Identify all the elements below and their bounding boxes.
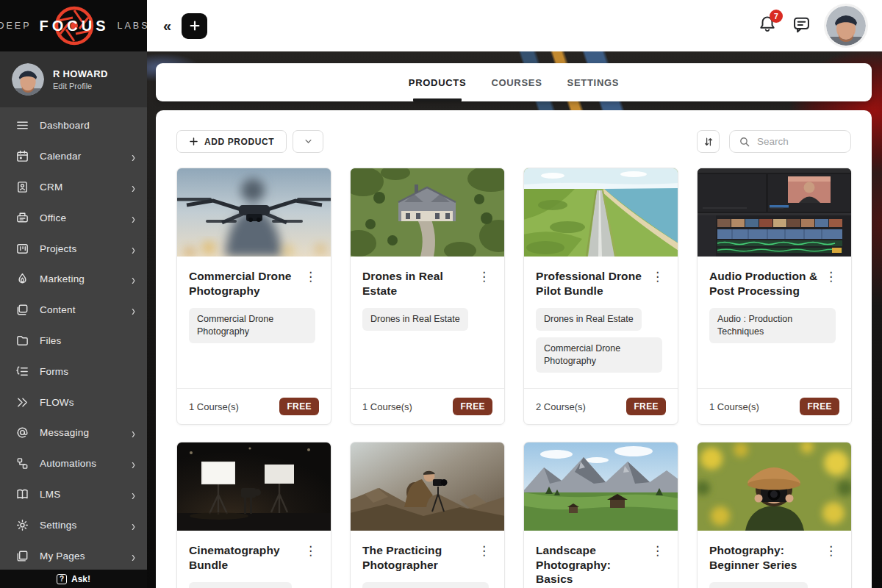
product-grid: Commercial Drone Photography ⋮ Commercia… [156,153,872,588]
kanban-icon [15,242,29,256]
sidebar-item-label: Automations [40,458,96,469]
tab-bar: PRODUCTSCOURSESSETTINGS [156,63,872,101]
sort-arrows-icon [703,136,714,148]
user-avatar[interactable] [826,6,866,46]
avatar-photo [826,6,866,46]
course-tags: Drones in Real EstateCommercial Drone Ph… [536,308,666,373]
kebab-menu-icon[interactable]: ⋮ [822,543,839,559]
content-panel: ADD PRODUCT [156,110,872,588]
kebab-menu-icon[interactable]: ⋮ [649,543,666,559]
price-badge: FREE [800,398,839,415]
sidebar-item-settings[interactable]: Settings› [0,509,147,540]
course-tag: Commercial Drone Photography [536,337,662,373]
kebab-menu-icon[interactable]: ⋮ [476,269,492,284]
course-tags: Audio : Production Techniques [709,308,839,343]
sidebar-item-label: Messaging [40,427,89,438]
brand-logo[interactable]: DEEP FOCUS LABS [0,0,147,51]
product-title: Professional Drone Pilot Bundle [536,269,649,298]
sidebar: R HOWARD Edit Profile DashboardCalendar›… [0,51,147,588]
chevron-down-icon [303,136,314,147]
brand-focus: FOCUS [40,18,110,35]
toolbar: ADD PRODUCT [156,110,872,153]
course-tag: The Practicing Photographer [362,582,489,588]
sidebar-item-office[interactable]: Office› [0,202,147,233]
sidebar-item-label: My Pages [40,551,85,562]
sidebar-item-files[interactable]: Files [0,326,147,356]
sidebar-item-automations[interactable]: Automations› [0,448,147,479]
search-field[interactable] [729,130,851,153]
product-title: Landscape Photography: Basics [536,543,649,587]
sidebar-item-marketing[interactable]: Marketing› [0,264,147,295]
product-card[interactable]: The Practicing Photographer ⋮ The Practi… [350,442,505,588]
chevron-right-icon: › [132,302,135,318]
sidebar-profile[interactable]: R HOWARD Edit Profile [0,51,147,107]
notifications-button[interactable]: 7 [758,15,777,37]
at-sign-icon [15,426,29,440]
sidebar-item-label: Dashboard [40,120,90,131]
tab-products[interactable]: PRODUCTS [409,63,467,101]
sidebar-item-messaging[interactable]: Messaging› [0,417,147,448]
top-bar: DEEP FOCUS LABS « [0,0,882,51]
user-name: R HOWARD [53,68,108,79]
course-count: 1 Course(s) [362,401,412,412]
kebab-menu-icon[interactable]: ⋮ [302,543,319,559]
kebab-menu-icon[interactable]: ⋮ [649,269,666,284]
brand-deep: DEEP [0,21,32,31]
add-product-dropdown-button[interactable] [293,130,323,153]
sidebar-item-label: FLOWs [40,397,74,408]
product-image [177,168,331,257]
collapse-sidebar-icon[interactable]: « [163,18,171,35]
product-card[interactable]: Drones in Real Estate ⋮ Drones in Real E… [350,168,505,425]
ask-button[interactable]: ? Ask! [0,570,147,588]
sidebar-item-label: Calendar [40,151,81,162]
sidebar-item-lms[interactable]: LMS› [0,479,147,510]
product-card[interactable]: Professional Drone Pilot Bundle ⋮ Drones… [523,168,678,425]
sidebar-item-projects[interactable]: Projects› [0,233,147,264]
sidebar-item-dashboard[interactable]: Dashboard [0,110,147,141]
pages-icon [15,549,29,563]
product-card[interactable]: Cinematography Bundle ⋮ Creating a Short… [176,442,331,588]
tab-settings[interactable]: SETTINGS [567,63,620,101]
product-card[interactable]: Audio Production & Post Processing ⋮ Aud… [697,168,852,425]
price-badge: FREE [279,398,319,415]
chevron-right-icon: › [132,271,135,287]
product-card[interactable]: Landscape Photography: Basics ⋮ Photogra… [523,442,678,588]
messages-button[interactable] [792,15,811,37]
course-count: 1 Course(s) [189,401,239,412]
kebab-menu-icon[interactable]: ⋮ [302,269,319,284]
chevron-right-icon: › [132,241,135,257]
plus-icon [188,19,201,32]
product-card[interactable]: Commercial Drone Photography ⋮ Commercia… [176,168,331,425]
product-title: Cinematography Bundle [189,543,302,572]
contact-card-icon [15,180,29,194]
quick-add-button[interactable] [182,13,207,39]
search-input[interactable] [757,136,838,147]
kebab-menu-icon[interactable]: ⋮ [822,269,839,284]
add-product-button[interactable]: ADD PRODUCT [176,130,287,153]
card-footer: 1 Course(s) FREE [351,388,504,424]
product-card[interactable]: Photography: Beginner Series ⋮ Understan… [697,442,852,588]
brand-labs: LABS [118,21,150,31]
sort-button[interactable] [697,130,720,153]
question-icon: ? [57,574,67,584]
sidebar-item-forms[interactable]: Forms [0,356,147,387]
sidebar-item-label: Marketing [40,273,85,284]
double-chevron-icon [15,395,29,409]
kebab-menu-icon[interactable]: ⋮ [476,543,492,559]
sidebar-item-flows[interactable]: FLOWs [0,387,147,417]
sidebar-item-crm[interactable]: CRM› [0,172,147,203]
price-badge: FREE [626,398,666,415]
sidebar-item-label: Content [40,304,76,315]
sidebar-item-my-pages[interactable]: My Pages› [0,540,147,570]
tab-courses[interactable]: COURSES [491,63,542,101]
sidebar-item-calendar[interactable]: Calendar› [0,141,147,172]
top-bar-main: « 7 [147,0,882,51]
edit-profile-link[interactable]: Edit Profile [53,82,108,90]
main-area: PRODUCTSCOURSESSETTINGS ADD PRODUCT [147,51,882,588]
product-image [698,442,851,531]
gear-icon [15,518,29,532]
office-icon [15,211,29,225]
course-tag: Audio : Production Techniques [709,308,836,343]
product-title: Drones in Real Estate [362,269,476,298]
sidebar-item-content[interactable]: Content› [0,295,147,326]
